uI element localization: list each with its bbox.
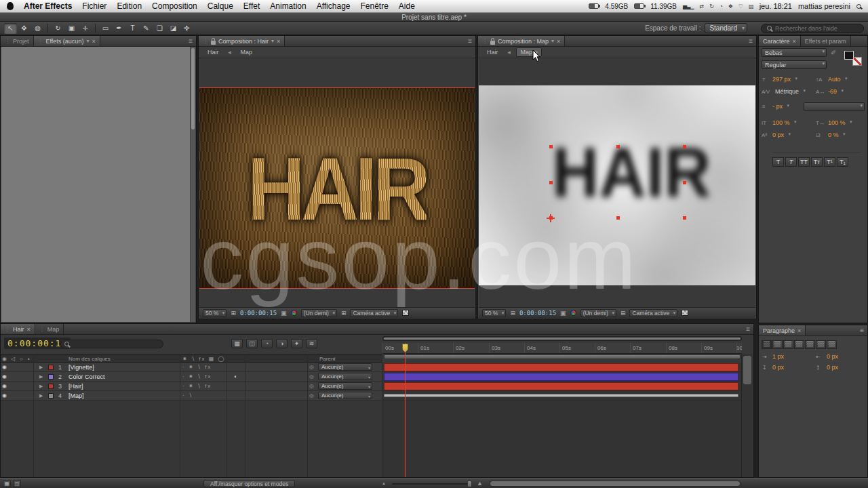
menu-aide[interactable]: Aide xyxy=(399,1,415,11)
align-left-button[interactable] xyxy=(762,340,772,349)
layer-row-vignette[interactable]: ◉ ▶ 1 [Vignette] · ✷ ∖ fx ◎ Aucun(e) xyxy=(1,363,382,372)
layer-bar-vignette[interactable] xyxy=(384,363,738,371)
selection-handle[interactable] xyxy=(549,145,553,148)
memory-gauge-icon[interactable] xyxy=(589,3,599,9)
pickwhip-icon[interactable]: ◎ xyxy=(309,383,314,389)
transparency-grid-icon[interactable] xyxy=(682,310,688,316)
viewer-hair-canvas[interactable]: HAIR xyxy=(199,58,475,307)
panel-menu-icon[interactable]: ≡ xyxy=(745,36,756,46)
tab-effets-param[interactable]: Effets et param xyxy=(801,36,851,46)
zoom-in-icon[interactable]: ▲ xyxy=(477,480,481,487)
parent-dropdown[interactable]: Aucun(e) xyxy=(318,373,372,380)
close-icon[interactable]: × xyxy=(797,327,801,334)
scrollbar[interactable] xyxy=(190,47,195,322)
close-icon[interactable]: × xyxy=(27,326,31,333)
tsume-value[interactable]: 0 % xyxy=(827,131,847,140)
baseline-shift-value[interactable]: 0 px xyxy=(771,131,792,140)
close-icon[interactable]: × xyxy=(277,38,280,45)
layer-color-swatch[interactable] xyxy=(48,365,54,370)
transparency-grid-icon[interactable] xyxy=(402,310,409,316)
tool-pan-behind[interactable]: ✛ xyxy=(79,23,92,34)
eye-column-icon[interactable]: ◉ xyxy=(2,356,7,362)
parent-dropdown[interactable]: Aucun(e) xyxy=(318,363,372,371)
layer-name[interactable]: [Map] xyxy=(68,392,84,399)
zoom-out-icon[interactable]: ▲ xyxy=(382,481,384,485)
layer-switches[interactable]: · ✷ ∖ fx xyxy=(182,373,212,380)
justify-last-center-button[interactable] xyxy=(805,340,815,349)
selection-handle[interactable] xyxy=(683,181,686,184)
fill-color-swatch[interactable] xyxy=(844,51,854,60)
menu-edition[interactable]: Edition xyxy=(117,1,142,11)
breadcrumb-map[interactable]: Map xyxy=(237,48,256,56)
menu-animation[interactable]: Animation xyxy=(270,1,306,11)
tab-paragraphe[interactable]: Paragraphe × xyxy=(759,325,806,336)
tool-brush[interactable]: ✎ xyxy=(140,23,153,34)
horizontal-scale-value[interactable]: 100 % xyxy=(827,119,854,127)
justify-all-button[interactable] xyxy=(827,340,837,349)
vertical-scale-value[interactable]: 100 % xyxy=(771,119,798,127)
menubar-user[interactable]: mattias peresini xyxy=(798,2,850,10)
close-icon[interactable]: × xyxy=(557,38,560,45)
tool-puppet[interactable]: ✜ xyxy=(180,23,193,34)
pickwhip-icon[interactable]: ◎ xyxy=(309,364,314,370)
composition-mini-flowchart-button[interactable]: ▦ xyxy=(231,339,243,348)
parent-dropdown[interactable]: Aucun(e) xyxy=(318,392,372,399)
kerning-dropdown[interactable]: Métrique xyxy=(774,87,807,96)
safe-zones-icon[interactable]: ⊞ xyxy=(510,310,515,317)
layer-color-swatch[interactable] xyxy=(48,393,54,399)
small-caps-button[interactable]: Tᴛ xyxy=(811,157,823,167)
faux-bold-button[interactable]: T xyxy=(772,157,784,167)
channels-icon[interactable] xyxy=(291,310,297,316)
font-style-dropdown[interactable]: Regular xyxy=(762,60,827,69)
superscript-button[interactable]: T¹ xyxy=(824,157,835,167)
layer-bar-map[interactable] xyxy=(384,394,738,397)
layer-name[interactable]: [Vignette] xyxy=(68,364,94,371)
tab-composition-hair[interactable]: ⋮ Composition : Hair ▾ × xyxy=(199,36,285,46)
selection-handle[interactable] xyxy=(616,216,620,220)
timeline-navigator[interactable] xyxy=(382,336,742,341)
memory-gauge-icon[interactable] xyxy=(634,3,644,9)
timeline-ruler[interactable]: 00s 01s 02s 03s 04s 05s 06s 07s 08s 09s … xyxy=(382,343,742,354)
navigator-thumb[interactable] xyxy=(384,338,741,340)
safe-zones-icon[interactable]: ⊞ xyxy=(231,310,236,317)
timeline-search-input[interactable] xyxy=(72,341,159,347)
font-size-value[interactable]: 297 px xyxy=(771,75,799,84)
project-panel-body[interactable] xyxy=(1,47,195,322)
layer-row-color-correct[interactable]: ◉ ▶ 2 Color Correct · ✷ ∖ fx ◐ ◎ Aucun(e… xyxy=(1,372,382,382)
twirl-icon[interactable]: ▶ xyxy=(39,393,43,399)
graph-editor-button[interactable]: ≋ xyxy=(306,339,317,348)
font-family-dropdown[interactable]: Bebas xyxy=(762,48,827,57)
tab-effets[interactable]: ⋮ Effets (aucun) ▾ × xyxy=(34,36,100,46)
stroke-style-dropdown[interactable] xyxy=(804,102,865,111)
timeline-horizontal-scrollbar[interactable] xyxy=(490,481,741,487)
parent-dropdown[interactable]: Aucun(e) xyxy=(318,382,372,390)
tool-hand[interactable]: ✥ xyxy=(18,23,31,34)
twirl-icon[interactable]: ▶ xyxy=(39,384,43,389)
tool-clone-stamp[interactable]: ❏ xyxy=(153,23,166,34)
layer-name[interactable]: [Hair] xyxy=(68,383,83,390)
lock-icon[interactable] xyxy=(211,41,216,45)
pickwhip-icon[interactable]: ◎ xyxy=(309,392,314,399)
layer-switches[interactable]: · ∖ xyxy=(182,392,193,399)
tool-pen[interactable]: ✒ xyxy=(113,23,125,34)
all-caps-button[interactable]: TT xyxy=(798,157,810,167)
align-right-button[interactable] xyxy=(783,340,793,349)
indent-left-value[interactable]: 1 px xyxy=(772,353,784,360)
scrollbar-thumb[interactable] xyxy=(191,48,195,129)
tab-projet[interactable]: ⋮ Projet xyxy=(1,36,34,46)
stroke-width-value[interactable]: - px xyxy=(771,102,791,111)
close-icon[interactable]: × xyxy=(793,38,796,45)
menu-affichage[interactable]: Affichage xyxy=(317,1,351,11)
menu-effet[interactable]: Effet xyxy=(243,1,260,11)
camera-dropdown[interactable]: Caméra active xyxy=(629,309,677,317)
resolution-dropdown[interactable]: (Un demi) xyxy=(301,309,337,317)
resolution-dropdown[interactable]: (Un demi) xyxy=(580,309,616,317)
comp-image-hair[interactable]: HAIR xyxy=(199,87,475,289)
leading-value[interactable]: Auto xyxy=(827,75,849,84)
breadcrumb-hair[interactable]: Hair xyxy=(204,48,222,56)
current-time-indicator[interactable] xyxy=(405,343,406,477)
zoom-slider-thumb[interactable] xyxy=(467,481,472,487)
justify-last-right-button[interactable] xyxy=(816,340,826,349)
comp-image-map[interactable]: HAIR xyxy=(479,85,755,285)
pickwhip-icon[interactable]: ◎ xyxy=(309,373,314,380)
